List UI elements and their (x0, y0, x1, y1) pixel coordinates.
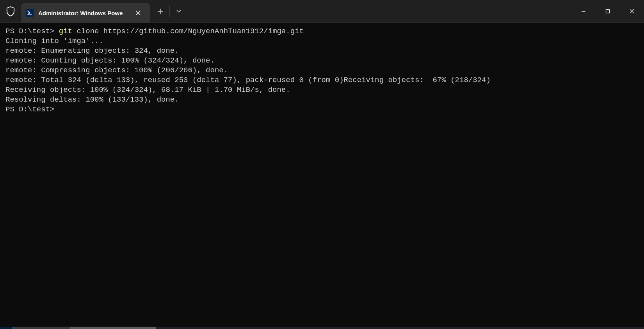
minimize-button[interactable] (571, 0, 596, 22)
tab-title: Administrator: Windows Powe (38, 10, 128, 16)
close-window-button[interactable] (620, 0, 644, 22)
minimize-icon (581, 9, 586, 14)
maximize-button[interactable] (596, 0, 620, 22)
taskbar-seg (12, 327, 70, 329)
prompt-line-2: PS D:\test> (5, 105, 54, 114)
tabs-dropdown-button[interactable] (170, 0, 188, 22)
output-line: Cloning into 'imga'... (5, 37, 103, 45)
taskbar-seg (156, 327, 644, 329)
prompt-prefix: PS D:\test> (5, 27, 59, 36)
output-line: Receiving objects: 100% (324/324), 68.17… (5, 86, 290, 94)
tab-active[interactable]: Administrator: Windows Powe (21, 3, 150, 23)
terminal-output[interactable]: PS D:\test> git clone https://github.com… (0, 23, 644, 327)
output-line: remote: Counting objects: 100% (324/324)… (5, 56, 215, 65)
close-icon (136, 11, 141, 15)
new-tab-button[interactable] (151, 0, 169, 22)
output-line: remote: Compressing objects: 100% (206/2… (5, 66, 228, 75)
shield-icon (6, 6, 15, 16)
prompt-line-1: PS D:\test> git clone https://github.com… (5, 27, 304, 36)
taskbar-strip (0, 327, 644, 329)
titlebar: Administrator: Windows Powe (0, 0, 644, 23)
svg-rect-6 (606, 9, 610, 13)
plus-icon (158, 9, 163, 14)
command-rest: clone https://github.com/NguyenAnhTuan19… (72, 27, 304, 36)
tab-close-button[interactable] (133, 7, 144, 18)
admin-shield (0, 0, 21, 22)
output-line: Resolving deltas: 100% (133/133), done. (5, 95, 179, 104)
close-icon (630, 9, 634, 14)
chevron-down-icon (176, 10, 181, 13)
output-line: remote: Enumerating objects: 324, done. (5, 46, 179, 55)
output-line: remote: Total 324 (delta 133), reused 25… (5, 76, 491, 84)
maximize-icon (605, 9, 610, 14)
command-git: git (59, 27, 72, 36)
powershell-icon (26, 9, 34, 17)
window-controls (571, 0, 644, 22)
taskbar-seg (70, 327, 156, 329)
taskbar-seg (0, 327, 12, 329)
titlebar-left: Administrator: Windows Powe (0, 0, 571, 22)
